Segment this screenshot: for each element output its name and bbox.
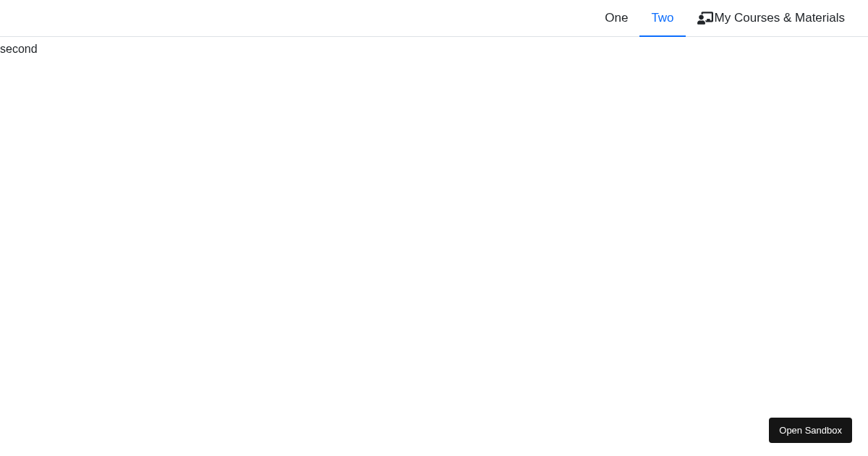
button-label: Open Sandbox — [779, 425, 842, 436]
tab-label: My Courses & Materials — [715, 10, 845, 26]
open-sandbox-button[interactable]: Open Sandbox — [769, 418, 852, 443]
tab-my-courses[interactable]: My Courses & Materials — [686, 0, 856, 36]
tab-content: second — [0, 37, 868, 56]
nav-tabs: One Two My Courses & Materials — [0, 0, 868, 37]
content-text: second — [0, 43, 38, 55]
tab-label: Two — [651, 10, 673, 26]
tab-two[interactable]: Two — [639, 0, 685, 36]
teacher-icon — [697, 12, 713, 25]
tab-one[interactable]: One — [593, 0, 639, 36]
tab-label: One — [605, 10, 628, 26]
